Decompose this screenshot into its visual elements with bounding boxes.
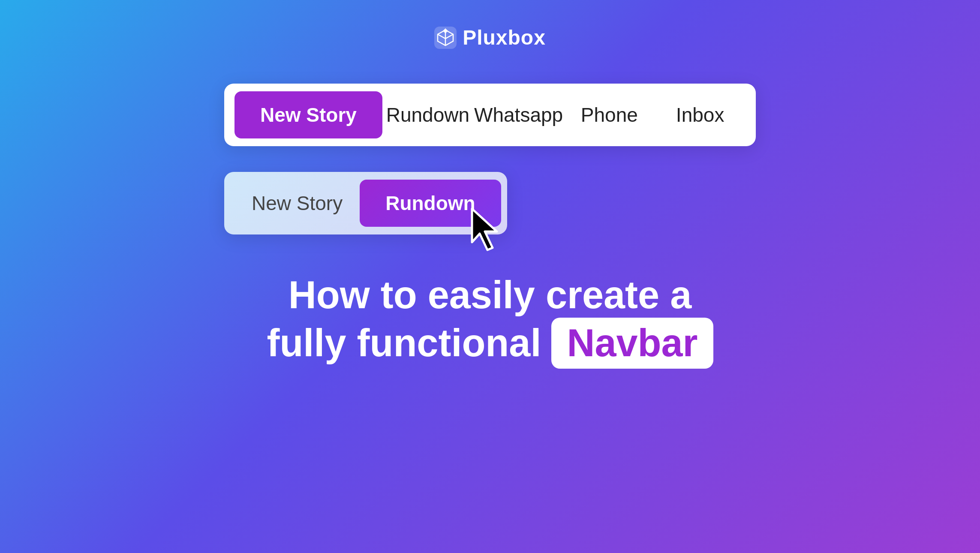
navbar-partial: New Story Rundown <box>224 172 507 234</box>
navbar-full: New Story Rundown Whatsapp Phone Inbox <box>224 84 756 146</box>
navbar1-new-story-button[interactable]: New Story <box>234 91 382 138</box>
navbar2-new-story-item[interactable]: New Story <box>234 183 360 223</box>
bottom-line1: How to easily create a <box>267 273 713 318</box>
header: Pluxbox <box>434 26 546 49</box>
navbar-badge: Navbar <box>551 318 713 369</box>
navbar1-rundown-item[interactable]: Rundown <box>382 95 473 135</box>
bottom-text-section: How to easily create a fully functional … <box>267 273 713 369</box>
pluxbox-logo-icon <box>434 27 457 49</box>
navbar1-inbox-item[interactable]: Inbox <box>655 95 746 135</box>
svg-marker-2 <box>472 209 497 250</box>
navbar1-whatsapp-item[interactable]: Whatsapp <box>473 95 564 135</box>
bottom-line2: fully functional Navbar <box>267 318 713 369</box>
bottom-line2-start: fully functional <box>267 321 541 366</box>
navbar1-phone-item[interactable]: Phone <box>564 95 655 135</box>
cursor-icon <box>469 207 507 254</box>
logo-text: Pluxbox <box>463 26 546 49</box>
navbar2-wrapper: New Story Rundown <box>224 172 756 234</box>
